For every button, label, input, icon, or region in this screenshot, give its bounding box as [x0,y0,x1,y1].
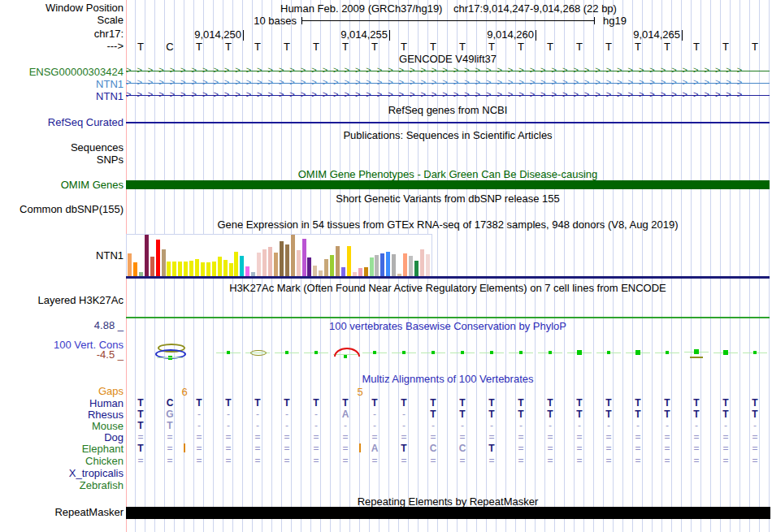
gtex-tissue-bar[interactable] [375,255,379,277]
gtex-tissue-bar[interactable] [414,261,419,277]
multiz-alignment-cell: = [389,455,419,466]
gtex-tissue-bar[interactable] [156,240,160,277]
gtex-tissue-bar[interactable] [426,254,430,277]
multiz-alignment-cell: = [506,455,536,466]
omim-track-title: OMIM Gene Phenotypes - Dark Green Can Be… [126,169,770,180]
scale-bar-value: 10 bases [240,15,297,27]
multiz-alignment-cell: - [243,420,272,431]
gtex-expression-panel[interactable] [126,234,432,277]
gtex-tissue-bar[interactable] [330,255,334,277]
multiz-alignment-cell: = [214,455,243,466]
gene-strand-arrows[interactable]: >>>>>>>>>>>>>>>>>>>>>>>>>>>>>>>>>>>>>>>>… [126,65,770,76]
gtex-tissue-bar[interactable] [189,261,193,277]
multiz-species-label[interactable]: Human [89,397,124,409]
repeatmasker-label[interactable]: RepeatMasker [54,507,124,518]
multiz-species-label[interactable]: Zebrafish [80,479,124,491]
multiz-alignment-cell: A [331,409,360,420]
gtex-tissue-bar[interactable] [178,262,182,277]
multiz-gaps-label[interactable]: Gaps [98,386,124,397]
gtex-tissue-bar[interactable] [150,257,154,277]
multiz-alignment-cell: = [536,443,565,454]
gtex-tissue-bar[interactable] [380,253,384,277]
multiz-track-title: Multiz Alignments of 100 Vertebrates [126,374,770,385]
gtex-tissue-bar[interactable] [206,262,210,277]
multiz-species-label[interactable]: X_tropicalis [69,467,124,479]
multiz-alignment-cell: T [594,397,623,409]
gtex-tissue-bar[interactable] [420,249,424,277]
omim-genes-label[interactable]: OMIM Genes [61,179,124,191]
gtex-tissue-bar[interactable] [307,257,311,277]
gene-strand-arrows[interactable]: >>>>>>>>>>>>>>>>>>>>>>>>>>>>>>>>>>>>>>>>… [126,89,770,100]
gtex-tissue-bar[interactable] [201,262,205,277]
gtex-tissue-bar[interactable] [195,259,199,277]
multiz-alignment-cell: = [126,455,155,466]
multiz-species-label[interactable]: Chicken [85,455,124,467]
gtex-tissue-bar[interactable] [409,256,413,277]
gene-track-label[interactable]: NTN1 [96,90,124,102]
gtex-gene-label[interactable]: NTN1 [96,250,124,262]
h3k27ac-baseline[interactable] [126,317,770,318]
gtex-tissue-bar[interactable] [280,241,284,277]
multiz-species-label[interactable]: Elephant [82,443,124,455]
gtex-tissue-bar[interactable] [172,262,176,277]
chromosome-label: chr17: [94,28,124,40]
multiz-alignment-cell: = [272,455,301,466]
phylop-min-value: -4.5 _ [97,349,124,361]
multiz-alignment-cell: - [272,420,301,431]
gtex-tissue-bar[interactable] [162,249,166,277]
gtex-tissue-bar[interactable] [392,254,396,277]
gtex-tissue-bar[interactable] [302,239,306,277]
gtex-tissue-bar[interactable] [274,253,278,277]
gtex-tissue-bar[interactable] [229,263,233,277]
multiz-alignment-cell: - [448,420,477,431]
repeatmasker-bar[interactable] [126,507,770,519]
gtex-tissue-bar[interactable] [285,244,289,277]
gtex-tissue-bar[interactable] [240,256,244,277]
publications-sequences-label[interactable]: Sequences [71,142,124,154]
multiz-alignment-cell: T [184,397,214,409]
gtex-tissue-bar[interactable] [145,235,149,277]
multiz-species-label[interactable]: Dog [104,431,124,443]
gtex-tissue-bar[interactable] [223,260,228,277]
sequence-base: T [301,41,331,53]
gtex-tissue-bar[interactable] [291,235,295,277]
phylop-track-title: 100 vertebrates Basewise Conservation by… [126,321,770,332]
gene-strand-arrows[interactable]: >>>>>>>>>>>>>>>>>>>>>>>>>>>>>>>>>>>>>>>>… [126,77,770,88]
gtex-tissue-bar[interactable] [386,252,390,277]
multiz-alignment-cell: = [184,431,214,443]
multiz-species-label[interactable]: Rhesus [88,409,124,421]
gtex-tissue-bar[interactable] [403,253,407,277]
dbsnp-label[interactable]: Common dbSNP(155) [20,204,124,215]
gtex-tissue-bar[interactable] [184,262,188,277]
gtex-tissue-bar[interactable] [324,259,328,277]
multiz-species-label[interactable]: Mouse [92,420,124,432]
gene-track-label[interactable]: ENSG00000303424 [29,66,124,78]
gtex-tissue-bar[interactable] [167,262,171,277]
multiz-alignment-cell: T [126,443,155,454]
gtex-tissue-bar[interactable] [133,262,137,277]
gtex-tissue-bar[interactable] [262,249,267,277]
gtex-tissue-bar[interactable] [297,250,301,277]
gtex-baseline[interactable] [126,276,770,279]
gtex-tissue-bar[interactable] [268,247,272,277]
gtex-tissue-bar[interactable] [218,257,222,277]
h3k27ac-label[interactable]: Layered H3K27Ac [37,295,124,306]
gtex-tissue-bar[interactable] [370,257,374,277]
gtex-tissue-bar[interactable] [212,262,216,277]
refseq-gene-line[interactable] [126,122,770,123]
gtex-tissue-bar[interactable] [313,266,317,277]
gene-track-label[interactable]: NTN1 [96,78,124,90]
ruler-tick-label: 9,014,260 [453,28,534,41]
refseq-curated-label[interactable]: RefSeq Curated [48,117,124,128]
sequence-base: T [594,41,623,53]
multiz-alignment-cell: = [623,443,653,454]
publications-snps-label[interactable]: SNPs [97,154,124,166]
multiz-alignment-cell: - [184,409,214,420]
gtex-tissue-bar[interactable] [336,246,340,277]
gtex-tissue-bar[interactable] [234,252,238,277]
omim-gene-bar[interactable] [126,180,770,189]
multiz-alignment-cell: T [506,409,536,420]
gtex-tissue-bar[interactable] [347,246,351,277]
gtex-tissue-bar[interactable] [128,253,132,277]
gtex-tissue-bar[interactable] [257,253,261,277]
